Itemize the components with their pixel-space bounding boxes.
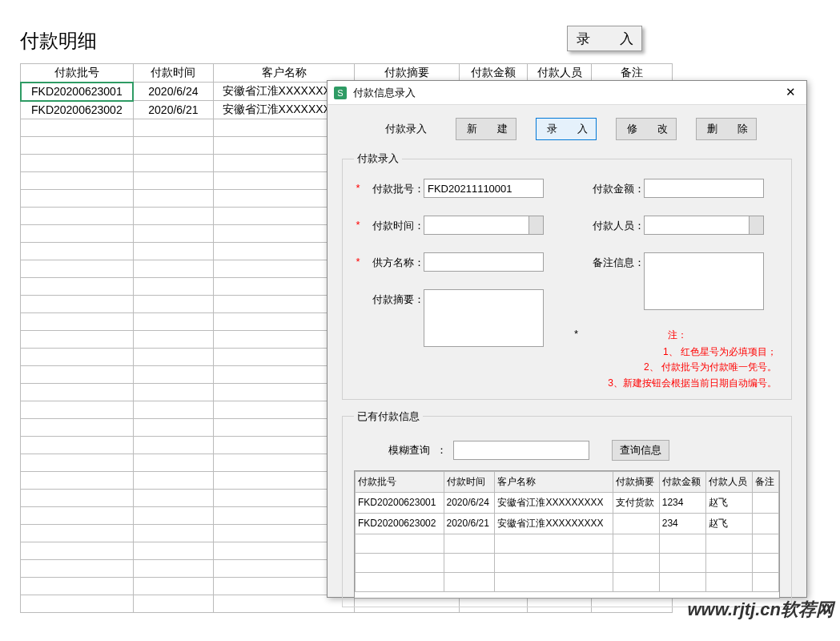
remark-textarea[interactable] bbox=[644, 252, 764, 310]
table-row[interactable]: FKD202006230022020/6/21安徽省江淮XXXXXXXXX234… bbox=[356, 513, 779, 534]
query-input[interactable] bbox=[453, 441, 589, 460]
remark-label: 备注信息 bbox=[582, 252, 634, 270]
amount-input[interactable] bbox=[644, 179, 764, 198]
existing-info-table: 付款批号 付款时间 客户名称 付款摘要 付款金额 付款人员 备注 FKD2020… bbox=[355, 471, 779, 592]
batch-label: 付款批号 bbox=[362, 179, 414, 196]
query-button[interactable]: 查询信息 bbox=[612, 440, 669, 461]
payment-entry-dialog: S 付款信息录入 ✕ 付款录入 新 建 录 入 修 改 删 除 付款录入 * 付… bbox=[327, 80, 807, 598]
modify-button[interactable]: 修 改 bbox=[616, 118, 677, 140]
table-row bbox=[356, 553, 779, 572]
dialog-title-text: 付款信息录入 bbox=[353, 86, 781, 100]
delete-button[interactable]: 删 除 bbox=[696, 118, 757, 140]
dialog-titlebar[interactable]: S 付款信息录入 ✕ bbox=[328, 81, 806, 105]
new-button[interactable]: 新 建 bbox=[456, 118, 516, 140]
toolbar-label: 付款录入 bbox=[385, 122, 427, 136]
person-picker-button[interactable] bbox=[750, 216, 764, 235]
entry-legend: 付款录入 bbox=[354, 151, 402, 166]
supplier-label: 供方名称 bbox=[362, 252, 414, 270]
person-label: 付款人员 bbox=[582, 216, 634, 233]
eth-customer: 客户名称 bbox=[495, 471, 613, 492]
query-label: 模糊查询 bbox=[378, 443, 430, 458]
time-input[interactable] bbox=[424, 216, 529, 235]
table-row bbox=[356, 534, 779, 553]
required-icon: * bbox=[354, 182, 362, 194]
table-row[interactable]: FKD202006230012020/6/24安徽省江淮XXXXXXXXX支付货… bbox=[356, 492, 779, 513]
amount-label: 付款金额 bbox=[582, 179, 634, 196]
eth-amount: 付款金额 bbox=[659, 471, 705, 492]
batch-input[interactable] bbox=[424, 179, 544, 198]
th-time: 付款时间 bbox=[133, 64, 213, 83]
required-icon: * bbox=[354, 256, 362, 268]
table-row bbox=[356, 572, 779, 591]
enter-button[interactable]: 录 入 bbox=[567, 26, 642, 51]
person-input[interactable] bbox=[644, 216, 750, 235]
eth-batch: 付款批号 bbox=[356, 471, 444, 492]
existing-legend: 已有付款信息 bbox=[354, 409, 423, 424]
entry-fieldset: 付款录入 * 付款批号 ： * 付款时间 ： bbox=[342, 151, 792, 400]
existing-fieldset: 已有付款信息 模糊查询 ： 查询信息 付款批号 付款时间 客户名称 付款摘要 付… bbox=[342, 409, 792, 607]
app-icon: S bbox=[334, 87, 347, 99]
close-icon[interactable]: ✕ bbox=[781, 85, 800, 101]
watermark: www.rjtj.cn软荐网 bbox=[687, 598, 834, 622]
eth-person: 付款人员 bbox=[705, 471, 752, 492]
time-picker-button[interactable] bbox=[529, 216, 544, 235]
enter-dialog-button[interactable]: 录 入 bbox=[536, 118, 597, 140]
eth-summary: 付款摘要 bbox=[613, 471, 659, 492]
supplier-input[interactable] bbox=[424, 252, 544, 272]
time-label: 付款时间 bbox=[362, 216, 414, 233]
eth-time: 付款时间 bbox=[444, 471, 495, 492]
summary-textarea[interactable] bbox=[424, 289, 544, 347]
summary-label: 付款摘要 bbox=[362, 289, 414, 307]
th-batch: 付款批号 bbox=[21, 64, 134, 83]
entry-notes: 注： 1、 红色星号为必填项目； 2、 付款批号为付款唯一凭号。 3、新建按钮会… bbox=[578, 328, 780, 391]
eth-remark: 备注 bbox=[753, 471, 779, 492]
required-icon: * bbox=[354, 219, 362, 231]
